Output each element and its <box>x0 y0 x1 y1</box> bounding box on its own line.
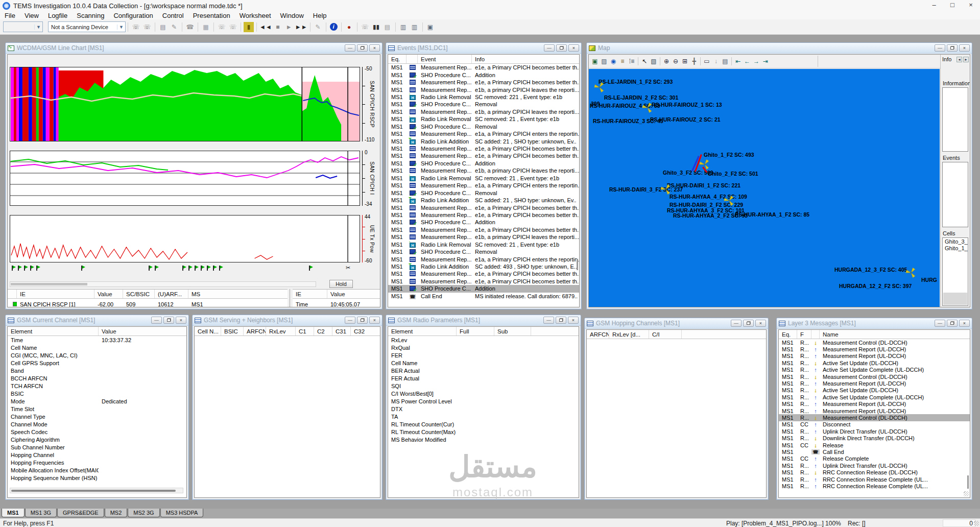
table-row[interactable]: DTX <box>388 405 579 413</box>
pen-tool-icon[interactable]: ✎ <box>313 22 323 32</box>
menu-item-window[interactable]: Window <box>276 12 308 19</box>
minimize-button[interactable]: — <box>345 44 355 52</box>
table-row[interactable]: Time Slot <box>8 405 186 413</box>
hangup-phone-icon[interactable]: ☎ <box>185 22 195 32</box>
table-row[interactable]: Ciphering Algorithm <box>8 436 186 443</box>
cell-list-item[interactable]: Ghito_3_F <box>943 238 968 245</box>
menu-item-view[interactable]: View <box>20 12 43 19</box>
map-zoom-in-icon[interactable]: ⊕ <box>662 57 671 66</box>
table-row[interactable]: Mobile Allocation Index Offset(MAIO) <box>8 466 186 474</box>
table-row[interactable]: TCH ARFCN <box>8 382 186 390</box>
layer3-row[interactable]: MS1CC↑Disconnect <box>779 421 970 428</box>
workspace-monitor-icon[interactable]: ▣ <box>425 22 436 32</box>
panel-view-2-icon[interactable]: ▥ <box>410 22 420 32</box>
menu-item-file[interactable]: File <box>0 12 20 19</box>
event-row[interactable]: MS1Measurement Rep...e1e, a Primary CPIC… <box>388 270 579 277</box>
table-row[interactable]: FER <box>388 351 579 359</box>
line-chart-window-titlebar[interactable]: WCDMA/GSM Line Chart [MS1] —× <box>6 43 382 54</box>
sync-device-2-icon[interactable]: ☏ <box>228 22 238 32</box>
table-row[interactable]: Hopping Sequence Number (HSN) <box>8 474 186 482</box>
minimize-button[interactable]: — <box>935 320 945 327</box>
restore-button[interactable] <box>556 44 567 52</box>
event-row[interactable]: MS1Measurement Rep...e1e, a Primary CPIC… <box>388 79 579 86</box>
restore-button[interactable] <box>947 44 958 52</box>
table-row[interactable]: Hopping Channel <box>8 451 186 459</box>
map-report-icon[interactable]: ▤ <box>721 57 730 66</box>
close-button[interactable]: × <box>568 317 579 324</box>
event-row[interactable]: MS1HRadio Link RemovalSC removed: 21 , E… <box>388 241 579 248</box>
menu-item-control[interactable]: Control <box>158 12 188 19</box>
layer3-row[interactable]: MS1CC↓Release <box>779 442 970 448</box>
table-row[interactable]: Cell Name <box>8 344 186 351</box>
panel-right-arrow-icon[interactable]: ► <box>963 57 969 62</box>
layer3-row[interactable]: MS1R...↓Active Set Update (DL-DCCH) <box>779 387 970 394</box>
map-select-icon[interactable]: ▧ <box>649 57 658 66</box>
table-row[interactable]: Band <box>8 367 186 374</box>
table-row[interactable]: RxLev <box>388 336 579 344</box>
command-sequence-icon[interactable]: ▦ <box>201 22 211 32</box>
map-zoom-extent-icon[interactable]: ⊞ <box>680 57 689 66</box>
table-row[interactable]: BER Actual <box>388 367 579 374</box>
table-row[interactable]: Cell GPRS Support <box>8 359 186 367</box>
event-row[interactable]: MS1Measurement Rep...e1a, a Primary CPIC… <box>388 182 579 189</box>
event-row[interactable]: MS1SHO Procedure C...Addition <box>388 219 579 226</box>
open-logfile-icon[interactable]: ▮ <box>244 22 254 32</box>
event-row[interactable]: MS1SHO Procedure C...Addition <box>388 71 579 78</box>
phone-connect-icon[interactable]: ☏ <box>131 22 141 32</box>
map-window-titlebar[interactable]: Map —× <box>587 43 972 54</box>
panel-view-icon[interactable]: ▥ <box>398 22 409 32</box>
table-row[interactable]: Speech Codec <box>8 428 186 436</box>
menu-item-logfile[interactable]: Logfile <box>43 12 72 19</box>
map-nav-last-icon[interactable]: ⇥ <box>761 57 770 66</box>
layer3-row[interactable]: MS1R...↑Active Set Update Complete (UL-D… <box>779 394 970 400</box>
menu-item-presentation[interactable]: Presentation <box>188 12 235 19</box>
event-row[interactable]: MS1Measurement Rep...e1b, a primary CPIC… <box>388 233 579 241</box>
layer3-messages-titlebar[interactable]: Layer 3 Messages [MS1] —× <box>777 318 972 329</box>
mode-combo[interactable]: ▼ <box>3 21 43 32</box>
event-row[interactable]: MS1Measurement Rep...e1a, a Primary CPIC… <box>388 130 579 137</box>
layer3-row[interactable]: MS1R...↑RRC Connection Release Complete … <box>779 483 970 489</box>
ecno-chart[interactable] <box>10 151 360 206</box>
layer3-row[interactable]: MS1R...↓Active Set Update (DL-DCCH) <box>779 360 970 366</box>
layer3-row[interactable]: MS1R...↑Uplink Direct Transfer (UL-DCCH) <box>779 462 970 469</box>
event-row[interactable]: MS1Measurement Rep...e1a, a Primary CPIC… <box>388 255 579 262</box>
restore-button[interactable] <box>743 320 754 327</box>
table-row[interactable]: Sub Channel Number <box>8 443 186 451</box>
restore-button[interactable] <box>357 317 368 324</box>
map-pin-icon[interactable]: ↓ <box>711 57 721 66</box>
layer3-row[interactable]: MS1R...↓Measurement Control (DL-DCCH) <box>779 414 970 421</box>
event-row[interactable]: MS1HRadio Link AdditionSC added: 21 , SH… <box>388 197 579 204</box>
hold-button[interactable]: Hold <box>329 280 353 288</box>
layer3-row[interactable]: MS1R...↑Active Set Update Complete (UL-D… <box>779 367 970 373</box>
table-row[interactable]: MS Power Control Level <box>388 397 579 405</box>
worksheet-tab-gprs-edge[interactable]: GPRS&EDGE <box>57 509 104 517</box>
event-row[interactable]: MS1Measurement Rep...e1b, a primary CPIC… <box>388 167 579 174</box>
menu-item-help[interactable]: Help <box>308 12 331 19</box>
gsm-hopping-channels-titlebar[interactable]: GSM Hopping Channels [MS1] —× <box>585 318 768 329</box>
layer3-row[interactable]: MS1R...↓RRC Connection Release (DL-DCCH) <box>779 469 970 475</box>
event-row[interactable]: MS1☎Call EndMS initiated release. Call d… <box>388 293 579 300</box>
map-nav-back-icon[interactable]: ← <box>743 57 752 66</box>
event-row[interactable]: MS1Measurement Rep...e1e, a Primary CPIC… <box>388 152 579 159</box>
vertical-scrollbar[interactable] <box>577 259 578 270</box>
layer3-row[interactable]: MS1☎Call End <box>779 448 970 455</box>
event-row[interactable]: MS1Measurement Rep...e1e, a Primary CPIC… <box>388 278 579 285</box>
table-row[interactable]: ModeDedicated <box>8 397 186 405</box>
layer3-row[interactable]: MS1R...↑Measurement Report (UL-DCCH) <box>779 346 970 352</box>
worksheet-tab-ms2[interactable]: MS2 <box>105 509 128 517</box>
table-row[interactable]: MS Behavior Modified <box>388 436 579 443</box>
minimize-button[interactable]: — <box>544 44 555 52</box>
legend-row[interactable]: SAN CPICH RSCP [1]-62.0050910612MS1 <box>8 299 288 307</box>
event-row[interactable]: MS1HRadio Link RemovalSC removed: 21 , E… <box>388 115 579 123</box>
map-nav-forward-icon[interactable]: → <box>752 57 761 66</box>
table-row[interactable]: BCCH ARFCN <box>8 374 186 382</box>
event-row[interactable]: MS1Measurement Rep...e1e, a Primary CPIC… <box>388 145 579 152</box>
close-button[interactable]: × <box>568 44 579 52</box>
record-button[interactable]: ● <box>344 22 354 32</box>
map-layers-icon[interactable]: ≡ <box>618 57 627 66</box>
cells-box[interactable]: Ghito_3_FGhito_1_F <box>942 237 968 306</box>
close-button[interactable]: × <box>369 44 380 52</box>
step-button[interactable]: ► <box>284 22 294 32</box>
event-row[interactable]: MS1SHO Procedure C...Removal <box>388 189 579 196</box>
table-row[interactable]: RL Timeout Counter(Cur) <box>388 420 579 428</box>
